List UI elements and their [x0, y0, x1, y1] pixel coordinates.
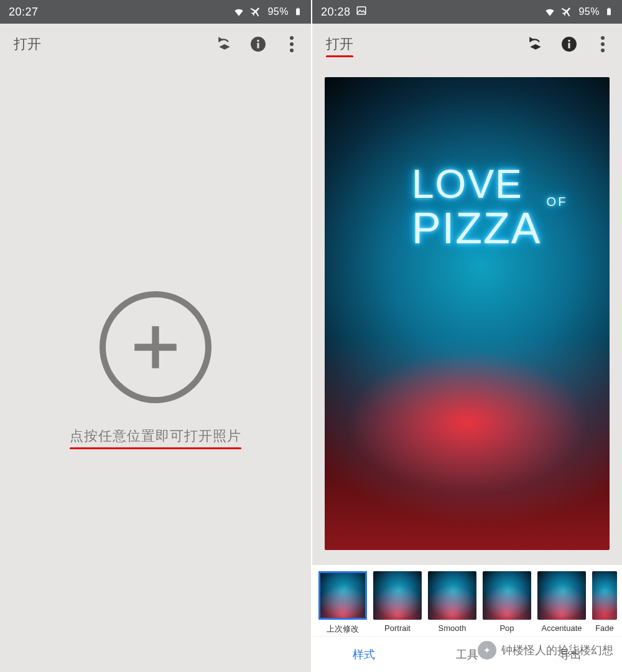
svg-rect-1 — [297, 8, 299, 9]
filter-thumb — [428, 571, 476, 620]
filter-thumb — [318, 571, 367, 620]
filter-fade[interactable]: Fade — [592, 571, 617, 635]
battery-icon — [294, 6, 302, 18]
filter-pop[interactable]: Pop — [483, 571, 531, 635]
filter-last-edit[interactable]: 上次修改 — [318, 571, 367, 635]
filter-portrait[interactable]: Portrait — [373, 571, 422, 635]
filter-label: Fade — [595, 623, 614, 633]
info-icon[interactable] — [559, 34, 580, 55]
edited-photo: LOVE OF PIZZA — [325, 77, 610, 550]
more-vert-icon[interactable] — [281, 34, 302, 55]
app-bar-right: 打开 — [312, 24, 622, 65]
layers-undo-icon[interactable] — [214, 34, 235, 55]
battery-text: 95% — [267, 6, 289, 17]
tab-tools[interactable]: 工具 — [415, 647, 519, 662]
layers-undo-icon[interactable] — [525, 34, 546, 55]
status-bar-left: 20:27 95% — [0, 0, 311, 24]
battery-text: 95% — [578, 6, 600, 17]
neon-of: OF — [547, 195, 568, 208]
neon-line-1: LOVE — [412, 164, 541, 204]
plus-circle-icon — [100, 291, 211, 403]
app-bar-left: 打开 — [0, 24, 311, 65]
airplane-icon — [561, 6, 573, 18]
clock: 20:27 — [9, 6, 39, 19]
svg-point-12 — [568, 40, 570, 42]
svg-rect-0 — [296, 9, 300, 16]
left-panel: 20:27 95% 打开 — [0, 0, 311, 672]
filter-smooth[interactable]: Smooth — [428, 571, 476, 635]
svg-point-4 — [257, 40, 259, 42]
image-icon — [356, 5, 367, 19]
open-button[interactable]: 打开 — [326, 35, 353, 54]
filter-strip[interactable]: 上次修改 Portrait Smooth Pop Accentuate Fade — [312, 565, 622, 636]
filter-label: 上次修改 — [327, 623, 359, 635]
open-button[interactable]: 打开 — [14, 35, 41, 54]
svg-rect-3 — [257, 43, 259, 49]
svg-rect-7 — [357, 7, 366, 14]
svg-rect-8 — [607, 9, 611, 16]
wifi-icon — [544, 6, 556, 18]
filter-thumb — [537, 571, 586, 620]
status-bar-right: 20:28 95% — [312, 0, 622, 24]
image-canvas[interactable]: LOVE OF PIZZA — [312, 65, 622, 565]
wifi-icon — [233, 6, 245, 18]
neon-line-2: PIZZA — [412, 207, 541, 250]
filter-accentuate[interactable]: Accentuate — [537, 571, 586, 635]
filter-label: Pop — [499, 623, 514, 633]
filter-label: Accentuate — [541, 623, 582, 633]
info-icon[interactable] — [248, 34, 269, 55]
filter-thumb — [483, 571, 531, 620]
tab-styles[interactable]: 样式 — [312, 647, 415, 662]
filter-label: Smooth — [439, 623, 466, 633]
clock: 20:28 — [321, 6, 351, 19]
svg-rect-9 — [608, 8, 610, 9]
filter-label: Portrait — [384, 623, 411, 633]
more-vert-icon[interactable] — [592, 34, 613, 55]
battery-icon — [605, 6, 613, 18]
right-panel: 20:28 95% 打开 — [311, 0, 622, 672]
filter-thumb — [373, 571, 422, 620]
open-hint-text: 点按任意位置即可打开照片 — [70, 427, 241, 446]
filter-thumb — [592, 571, 617, 620]
airplane-icon — [250, 6, 262, 18]
neon-sign: LOVE OF PIZZA — [412, 164, 541, 250]
bottom-tabs: 样式 工具 导出 — [312, 636, 622, 672]
tab-export[interactable]: 导出 — [519, 647, 622, 662]
empty-open-area[interactable]: 点按任意位置即可打开照片 — [0, 65, 311, 672]
svg-rect-11 — [568, 43, 570, 49]
